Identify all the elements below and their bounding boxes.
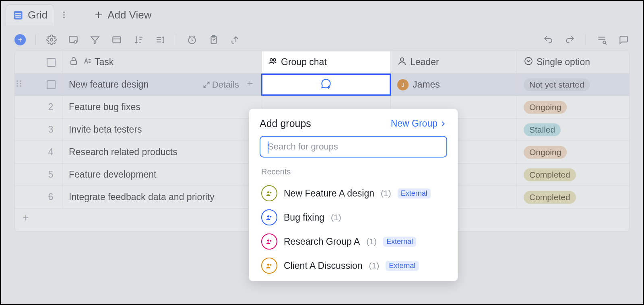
group-name: Bug fixing <box>284 212 324 223</box>
tab-grid[interactable]: Grid <box>6 4 54 25</box>
group-count: (1) <box>381 188 391 198</box>
status-cell[interactable]: Completed <box>516 164 629 186</box>
tab-grid-label: Grid <box>28 9 47 21</box>
group-avatar-icon <box>261 185 277 201</box>
drag-handle-icon[interactable] <box>16 79 22 91</box>
task-name: New feature design <box>69 79 149 90</box>
group-option[interactable]: Bug fixing (1) <box>260 205 447 229</box>
share-icon[interactable] <box>229 34 242 46</box>
undo-icon[interactable] <box>542 34 554 46</box>
add-view-button[interactable]: Add View <box>87 5 159 25</box>
svg-point-38 <box>20 83 21 84</box>
redo-icon[interactable] <box>564 34 576 46</box>
svg-point-52 <box>270 240 271 242</box>
svg-point-40 <box>20 85 21 87</box>
person-icon <box>397 56 407 68</box>
leader-cell[interactable]: J James <box>391 74 516 96</box>
column-label: Leader <box>410 57 439 68</box>
group-option[interactable]: New Feature A design (1) External <box>260 181 447 205</box>
grid-icon <box>12 10 24 21</box>
add-record-button[interactable] <box>14 34 26 45</box>
status-cell[interactable]: Ongoing <box>516 96 629 118</box>
svg-point-34 <box>525 57 532 65</box>
status-cell[interactable]: Not yet started <box>516 74 629 96</box>
popover-title: Add groups <box>260 118 311 129</box>
status-badge: Completed <box>524 168 576 181</box>
svg-point-37 <box>17 83 18 84</box>
svg-point-31 <box>270 59 272 61</box>
checkbox-icon[interactable] <box>47 58 56 67</box>
add-view-label: Add View <box>107 9 151 21</box>
status-cell[interactable]: Completed <box>516 186 629 208</box>
column-header-groupchat[interactable]: Group chat <box>261 51 391 73</box>
group-name: Research Group A <box>284 236 360 247</box>
svg-point-11 <box>50 39 53 41</box>
reminder-icon[interactable] <box>186 34 198 46</box>
row-number: 2 <box>46 102 56 113</box>
table-header: Task Group chat Leader Single option <box>15 51 629 74</box>
tab-more-button[interactable] <box>56 7 72 23</box>
svg-point-32 <box>273 59 276 61</box>
group-name: Client A Discussion <box>284 260 363 271</box>
comment-icon[interactable] <box>617 34 630 46</box>
view-tab-bar: Grid Add View <box>1 1 643 29</box>
column-header-leader[interactable]: Leader <box>391 51 516 73</box>
group-avatar-icon <box>261 233 277 250</box>
plus-icon <box>94 10 103 20</box>
group-icon[interactable] <box>111 34 123 46</box>
add-groups-popover: Add groups New Group Search for groups R… <box>249 108 458 281</box>
svg-point-5 <box>63 14 65 16</box>
header-select[interactable] <box>15 51 62 73</box>
filter-icon[interactable] <box>89 34 101 46</box>
divider <box>176 35 176 45</box>
group-name: New Feature A design <box>284 188 374 199</box>
divider <box>35 35 36 45</box>
external-badge: External <box>398 188 431 199</box>
text-caret <box>268 141 268 154</box>
clipboard-icon[interactable] <box>208 34 220 46</box>
find-record-icon[interactable] <box>596 34 608 46</box>
group-chat-cell-active[interactable] <box>261 74 391 96</box>
checkbox-icon[interactable] <box>47 80 56 89</box>
settings-icon[interactable] <box>45 34 58 46</box>
add-subtask-icon[interactable] <box>246 79 254 90</box>
task-name: Invite beta testers <box>69 124 142 135</box>
task-name: Research related products <box>69 147 178 158</box>
group-option[interactable]: Research Group A (1) External <box>260 229 447 254</box>
sort-icon[interactable] <box>132 34 144 46</box>
group-count: (1) <box>369 261 380 270</box>
search-input[interactable]: Search for groups <box>260 136 447 158</box>
status-badge: Ongoing <box>524 146 567 159</box>
status-cell[interactable]: Stalled <box>516 119 629 141</box>
task-name: Integrate feedback data and priority <box>69 192 215 203</box>
svg-line-25 <box>605 43 607 45</box>
search-placeholder: Search for groups <box>268 141 338 152</box>
svg-point-6 <box>63 17 65 18</box>
avatar: J <box>397 79 409 90</box>
table-row[interactable]: New feature design Details J James <box>15 74 629 96</box>
details-button[interactable]: Details <box>202 80 239 90</box>
svg-point-4 <box>63 12 65 13</box>
row-height-icon[interactable] <box>154 34 166 46</box>
svg-point-51 <box>267 239 269 242</box>
svg-point-54 <box>270 264 271 266</box>
task-name: Feature development <box>69 169 156 180</box>
fields-icon[interactable] <box>67 34 79 46</box>
group-option[interactable]: Client A Discussion (1) External <box>260 254 447 278</box>
svg-rect-26 <box>71 61 76 65</box>
group-avatar-icon <box>261 258 277 274</box>
column-label: Group chat <box>281 57 327 68</box>
svg-point-36 <box>20 80 21 82</box>
external-badge: External <box>383 237 416 247</box>
recents-label: Recents <box>261 167 447 176</box>
row-number: 4 <box>46 147 56 158</box>
new-group-button[interactable]: New Group <box>391 118 447 129</box>
svg-point-33 <box>400 58 404 61</box>
row-number: 6 <box>46 192 56 203</box>
column-label: Task <box>95 57 114 68</box>
column-header-status[interactable]: Single option <box>516 51 629 73</box>
lock-icon <box>69 56 78 68</box>
status-cell[interactable]: Ongoing <box>516 141 629 163</box>
row-number: 3 <box>46 124 56 135</box>
column-header-task[interactable]: Task <box>62 51 261 73</box>
